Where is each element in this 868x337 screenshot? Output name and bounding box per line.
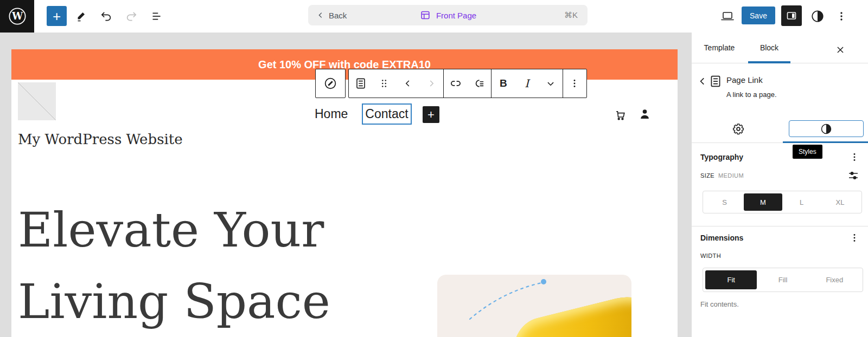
styles-tooltip: Styles (793, 145, 822, 159)
italic-icon: I (525, 77, 529, 90)
tab-block[interactable]: Block (748, 33, 790, 63)
document-title-group: Front Page (308, 9, 588, 21)
page-link-icon (354, 76, 368, 90)
editor-canvas: Get 10% OFF with code EXTRA10 My WordPre… (11, 49, 678, 337)
document-title: Front Page (436, 11, 476, 20)
template-icon (419, 9, 431, 21)
back-label: Back (329, 11, 347, 20)
sliders-icon (847, 169, 860, 182)
chevron-left-icon (698, 76, 707, 86)
block-card-title: Page Link (726, 75, 763, 85)
close-sidebar-button[interactable] (832, 41, 849, 59)
plus-icon: + (53, 9, 61, 23)
italic-button[interactable]: I (515, 69, 539, 98)
plus-icon: + (427, 108, 435, 122)
submenu-icon (472, 76, 486, 90)
page-link-block-icon (708, 74, 723, 89)
section-divider (692, 226, 868, 226)
size-option-s[interactable]: S (705, 193, 744, 211)
nav-item-contact-selected[interactable]: Contact (362, 103, 412, 125)
placeholder-diagonal-icon (18, 82, 56, 120)
font-size-segmented-control: S M L XL (703, 191, 862, 213)
gear-icon (732, 122, 745, 135)
redo-arrow-icon (124, 9, 138, 23)
chevron-left-icon (402, 77, 414, 89)
sidebar-panel-icon (785, 9, 798, 22)
tab-template[interactable]: Template (699, 33, 739, 63)
navigation-block-icon (323, 76, 338, 91)
width-option-fixed[interactable]: Fixed (809, 270, 860, 289)
active-tab-indicator (748, 61, 790, 63)
size-option-l[interactable]: L (782, 193, 821, 211)
pencil-icon (75, 10, 88, 23)
typography-options-button[interactable] (846, 150, 863, 165)
move-left-button[interactable] (396, 69, 420, 98)
document-bar[interactable]: Back Front Page ⌘K (308, 5, 588, 25)
width-option-fill[interactable]: Fill (757, 270, 808, 289)
size-option-m[interactable]: M (744, 193, 782, 211)
save-button[interactable]: Save (742, 7, 775, 24)
site-title-block[interactable]: My WordPress Website (18, 131, 183, 147)
account-block[interactable] (636, 106, 653, 121)
nav-item-home[interactable]: Home (315, 107, 348, 121)
drag-dots-icon (378, 77, 390, 89)
width-segmented-control: Fit Fill Fixed (703, 268, 863, 292)
dimensions-options-button[interactable] (846, 230, 863, 245)
wordpress-logo-button[interactable]: W (0, 0, 34, 33)
edit-tools-button[interactable] (73, 8, 90, 25)
settings-panel-toggle-button[interactable] (781, 5, 802, 26)
block-options-button[interactable] (563, 69, 587, 98)
link-icon (449, 76, 463, 90)
bold-icon: B (500, 77, 507, 89)
size-label: SIZE (700, 172, 714, 179)
block-card-description: A link to a page. (726, 90, 777, 99)
parent-navigation-selector-button[interactable] (315, 69, 346, 98)
redo-button[interactable] (123, 8, 140, 25)
nav-block-appender-button[interactable]: + (423, 106, 439, 123)
undo-button[interactable] (98, 8, 115, 25)
dimensions-section-title: Dimensions (700, 234, 743, 242)
typography-section-title: Typography (700, 153, 743, 161)
chevron-down-icon (545, 77, 557, 89)
heading-line-1: Elevate Your (18, 195, 387, 266)
size-value: MEDIUM (718, 172, 744, 179)
kebab-menu-icon (835, 10, 848, 23)
wordpress-logo-icon: W (8, 7, 27, 26)
move-right-button-disabled[interactable] (420, 69, 444, 98)
block-inserter-button[interactable]: + (47, 6, 67, 26)
site-logo-placeholder[interactable] (18, 82, 56, 120)
chevron-right-icon (425, 77, 437, 89)
size-settings-button[interactable] (845, 168, 862, 183)
back-button[interactable]: Back (308, 11, 347, 20)
block-parent-back-button[interactable] (696, 75, 709, 88)
block-toolbar: B I (348, 69, 587, 98)
size-option-xl[interactable]: XL (821, 193, 859, 211)
link-button[interactable] (444, 69, 468, 98)
options-menu-button[interactable] (833, 9, 850, 24)
sidebar-tab-bar: Template Block (692, 33, 868, 63)
laptop-icon (720, 9, 735, 23)
hero-heading-block[interactable]: Elevate Your Living Space (18, 195, 387, 337)
list-view-icon (149, 9, 163, 23)
add-submenu-button[interactable] (468, 69, 492, 98)
list-view-button[interactable] (148, 8, 165, 25)
undo-arrow-icon (99, 9, 113, 23)
block-styles-tab[interactable] (789, 120, 864, 137)
drag-handle[interactable] (373, 69, 397, 98)
view-preview-button[interactable] (719, 9, 736, 24)
kebab-menu-icon (848, 232, 860, 244)
styles-button[interactable] (809, 9, 826, 24)
cart-block[interactable] (612, 107, 628, 122)
bold-button[interactable]: B (492, 69, 515, 98)
width-label: WIDTH (700, 252, 721, 259)
block-type-button[interactable] (349, 69, 373, 98)
width-help-text: Fit contents. (700, 300, 739, 308)
wordpress-site-editor: W + Back (0, 0, 868, 337)
editor-top-bar: W + Back (0, 0, 868, 33)
more-formats-button[interactable] (539, 69, 563, 98)
block-settings-tab[interactable] (713, 118, 763, 140)
hero-image-block[interactable] (437, 275, 631, 337)
settings-sidebar: Template Block Page Link A link to a pag… (692, 33, 868, 337)
kebab-menu-icon (848, 151, 860, 163)
width-option-fit[interactable]: Fit (705, 270, 757, 289)
